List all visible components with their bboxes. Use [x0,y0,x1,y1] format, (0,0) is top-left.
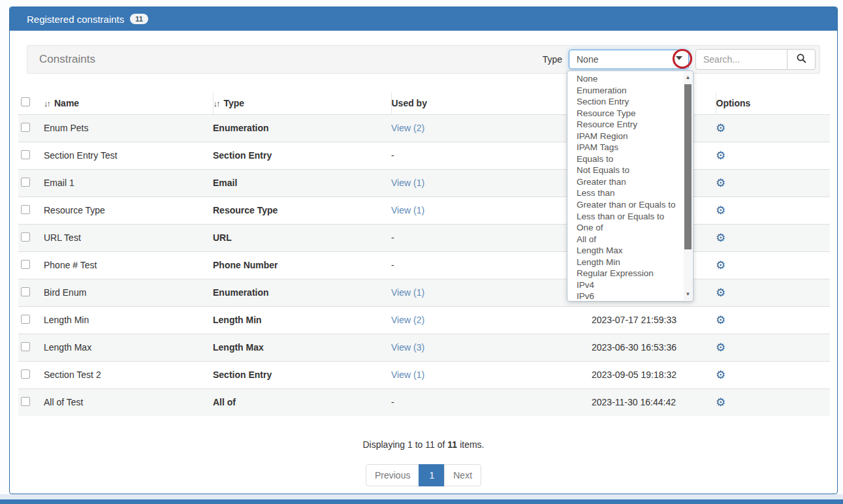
search-button[interactable] [787,49,816,70]
toolbar-heading: Constraints [39,53,543,66]
type-filter-option[interactable]: Not Equals to [567,165,693,176]
row-checkbox[interactable] [21,315,30,324]
dropdown-scrollbar[interactable]: ▲ ▼ [684,72,692,300]
type-filter-option[interactable]: IPv4 [567,279,693,291]
constraint-name: Length Max [44,334,213,362]
column-header-type[interactable]: ↓↑Type [213,92,391,115]
row-checkbox[interactable] [21,123,30,132]
scrollbar-thumb[interactable] [684,84,692,249]
search-icon [796,53,807,66]
gear-icon[interactable]: ⚙ [716,233,725,243]
constraint-name: Resource Type [44,197,213,225]
pagination-previous[interactable]: Previous [366,464,419,486]
used-by-view-link[interactable]: View (3) [391,342,424,353]
type-filter-option[interactable]: Section Entry [567,96,693,108]
type-filter-option[interactable]: Less than or Equals to [567,211,693,223]
constraint-type: All of [213,389,391,417]
gear-icon[interactable]: ⚙ [716,178,725,188]
type-filter-option[interactable]: Greater than [567,176,693,188]
constraint-used-by: - [391,389,592,417]
gear-icon[interactable]: ⚙ [716,123,725,133]
items-total: 11 [447,439,457,450]
type-filter-option[interactable]: Resource Type [567,108,693,119]
pagination-next[interactable]: Next [444,464,481,486]
gear-icon[interactable]: ⚙ [716,370,725,380]
constraint-name: URL Test [44,225,213,252]
table-row: Resource Type Resource Type View (1) ⚙ [18,197,830,225]
constraint-type: Enumeration [213,115,391,142]
row-checkbox[interactable] [21,150,30,159]
type-filter-dropdown: NoneEnumerationSection EntryResource Typ… [567,71,693,302]
row-checkbox[interactable] [21,205,30,214]
scroll-down-icon[interactable]: ▼ [684,290,692,299]
constraint-name: Section Test 2 [44,362,213,389]
row-checkbox[interactable] [21,260,30,269]
table-row: Section Test 2 Section Entry View (1) 20… [18,362,830,389]
constraint-name: Length Min [44,307,213,334]
table-row: Phone # Test Phone Number - ⚙ [18,252,830,279]
type-filter-option[interactable]: IPv6 [567,291,693,302]
constraint-used-by: View (1) [391,170,592,197]
used-by-view-link[interactable]: View (1) [391,205,424,215]
constraint-name: All of Test [44,389,213,417]
constraint-used-by: - [391,252,592,279]
type-filter-selected-value: None [577,54,598,65]
type-filter-option[interactable]: Length Min [567,257,693,268]
used-by-view-link[interactable]: View (1) [391,370,424,380]
gear-icon[interactable]: ⚙ [716,398,725,407]
constraint-used-by: View (1) [391,197,592,225]
used-by-view-link[interactable]: View (1) [391,287,424,298]
chevron-down-icon[interactable] [676,56,682,60]
gear-icon[interactable]: ⚙ [716,260,725,270]
constraint-used-by: View (1) [391,279,592,307]
constraint-used-by: View (2) [391,115,592,142]
used-by-view-link[interactable]: View (1) [391,178,424,188]
type-filter-option[interactable]: All of [567,234,693,245]
table-header-row: ↓↑Name ↓↑Type Used by Options [18,92,830,115]
registered-constraints-panel: Registered constraints 11 Constraints Ty… [9,7,838,494]
used-by-view-link[interactable]: View (2) [391,123,424,133]
column-header-used-by: Used by [391,92,592,115]
search-input[interactable] [695,49,787,70]
row-checkbox[interactable] [21,397,30,406]
type-filter-option[interactable]: One of [567,222,693,234]
type-filter-option[interactable]: IPAM Region [567,131,693,142]
type-filter-option[interactable]: Resource Entry [567,119,693,131]
constraint-type: Section Entry [213,142,391,170]
type-filter-option[interactable]: None [567,73,693,85]
row-checkbox[interactable] [21,342,30,351]
row-checkbox[interactable] [21,370,30,379]
sort-icon[interactable]: ↓↑ [214,99,219,108]
gear-icon[interactable]: ⚙ [716,151,725,161]
type-filter-option[interactable]: Enumeration [567,85,693,97]
scroll-up-icon[interactable]: ▲ [684,73,692,82]
row-checkbox[interactable] [21,287,30,296]
column-header-name[interactable]: ↓↑Name [44,92,213,115]
table-row: All of Test All of - 2023-11-30 16:44:42… [18,389,830,417]
type-filter-option[interactable]: Less than [567,187,693,199]
type-filter-option[interactable]: Length Max [567,245,693,257]
type-filter-option[interactable]: Regular Expression [567,268,693,279]
row-checkbox[interactable] [21,232,30,242]
select-all-checkbox[interactable] [21,97,30,106]
used-by-view-link[interactable]: View (2) [391,315,424,325]
row-checkbox[interactable] [21,178,30,187]
constraint-used-by: - [391,225,592,252]
constraint-updated: 2023-06-30 16:53:36 [592,334,716,362]
gear-icon[interactable]: ⚙ [716,288,725,298]
type-filter-select[interactable]: None [569,50,689,69]
type-filter-option[interactable]: Greater than or Equals to [567,199,693,211]
panel-header: Registered constraints 11 [10,7,837,31]
type-filter-option[interactable]: IPAM Tags [567,142,693,153]
sort-icon[interactable]: ↓↑ [44,99,50,108]
table-row: Bird Enum Enumeration View (1) ⚙ [18,279,830,307]
pagination-page-1[interactable]: 1 [419,464,445,486]
constraint-updated: 2023-11-30 16:44:42 [592,389,716,417]
constraint-used-by: View (2) [391,307,592,334]
type-filter-option[interactable]: Equals to [567,153,693,165]
constraint-name: Section Entry Test [44,142,213,170]
gear-icon[interactable]: ⚙ [716,343,725,353]
constraint-type: Length Min [213,307,391,334]
gear-icon[interactable]: ⚙ [716,315,725,325]
gear-icon[interactable]: ⚙ [716,206,725,215]
